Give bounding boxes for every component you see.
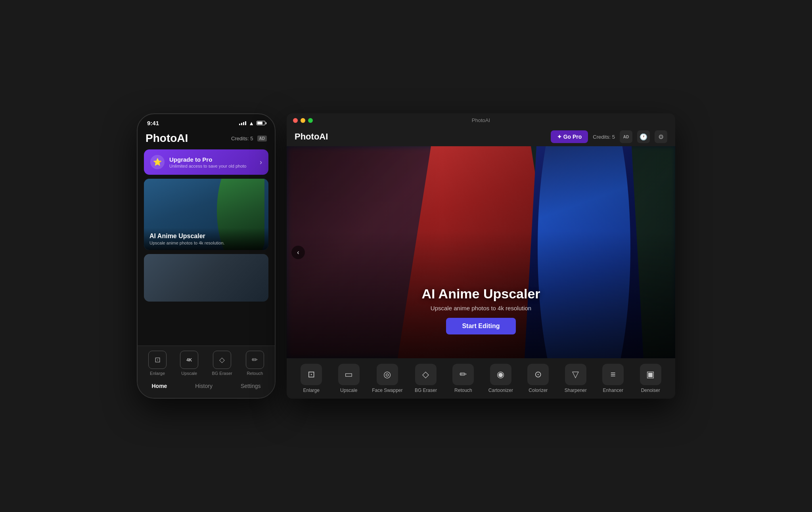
hero-prev-button[interactable]: ‹ bbox=[291, 246, 305, 259]
phone-content: ⭐ Upgrade to Pro Unlimited access to sav… bbox=[138, 149, 275, 346]
signal-icon bbox=[239, 121, 246, 125]
enlarge-label: Enlarge bbox=[150, 371, 165, 376]
enhancer-tool-label: Enhancer bbox=[603, 388, 623, 393]
upgrade-icon: ⭐ bbox=[150, 155, 165, 169]
enhancer-tool-icon: ≡ bbox=[602, 364, 624, 385]
hero-content: AI Anime Upscaler Upscale anime photos t… bbox=[287, 286, 675, 334]
window-minimize-dot[interactable] bbox=[301, 118, 305, 123]
denoiser-tool-label: Denoiser bbox=[641, 388, 660, 393]
desktop-window: PhotoAI PhotoAI ✦ Go Pro Credits: 5 AD 🕐… bbox=[287, 113, 675, 399]
hero-title: AI Anime Upscaler bbox=[421, 286, 540, 302]
feature-card[interactable]: AI Anime Upscaler Upscale anime photos t… bbox=[144, 179, 268, 250]
window-titlebar: PhotoAI bbox=[287, 113, 675, 127]
upgrade-title: Upgrade to Pro bbox=[169, 156, 255, 163]
enlarge-tool-label: Enlarge bbox=[303, 388, 320, 393]
settings-button[interactable]: ⚙ bbox=[655, 130, 667, 143]
toolbar-icons: ⊡ Enlarge 4K Upscale ◇ BG Eraser ✏ Retou… bbox=[138, 351, 275, 379]
upgrade-text: Upgrade to Pro Unlimited access to save … bbox=[169, 156, 255, 168]
bg-eraser-tool-icon: ◇ bbox=[415, 364, 437, 385]
tool-colorizer[interactable]: ⊙ Colorizer bbox=[524, 364, 552, 393]
window-maximize-dot[interactable] bbox=[308, 118, 313, 123]
toolbar-item-upscale[interactable]: 4K Upscale bbox=[180, 351, 198, 376]
sharpener-tool-icon: ▽ bbox=[565, 364, 586, 385]
phone-tab-bar: Home History Settings bbox=[138, 379, 275, 395]
tool-enhancer[interactable]: ≡ Enhancer bbox=[599, 364, 627, 393]
hero-subtitle: Upscale anime photos to 4k resolution bbox=[431, 305, 531, 311]
window-title: PhotoAI bbox=[472, 117, 490, 123]
status-bar: 9:41 ▲ bbox=[138, 114, 275, 129]
sharpener-tool-label: Sharpener bbox=[565, 388, 587, 393]
upscale-label: Upscale bbox=[181, 371, 197, 376]
cartoonizer-tool-label: Cartoonizer bbox=[488, 388, 513, 393]
phone-ad-badge: AD bbox=[257, 136, 267, 141]
tool-face-swapper[interactable]: ◎ Face Swapper bbox=[372, 364, 402, 393]
tab-settings[interactable]: Settings bbox=[234, 381, 267, 391]
denoiser-tool-icon: ▣ bbox=[640, 364, 661, 385]
colorizer-tool-label: Colorizer bbox=[529, 388, 548, 393]
window-controls bbox=[293, 118, 313, 123]
ad-button[interactable]: AD bbox=[620, 130, 632, 143]
bg-eraser-tool-label: BG Eraser bbox=[415, 388, 437, 393]
start-editing-button[interactable]: Start Editing bbox=[446, 318, 515, 334]
retouch-label: Retouch bbox=[247, 371, 263, 376]
feature-card-overlay: AI Anime Upscaler Upscale anime photos t… bbox=[144, 228, 268, 250]
upscale-icon: 4K bbox=[180, 351, 198, 369]
wifi-icon: ▲ bbox=[249, 120, 254, 126]
upscale-tool-icon: ▭ bbox=[338, 364, 360, 385]
hero-section: ‹ AI Anime Upscaler Upscale anime photos… bbox=[287, 146, 675, 358]
upgrade-banner[interactable]: ⭐ Upgrade to Pro Unlimited access to sav… bbox=[144, 149, 268, 175]
toolbar-item-enlarge[interactable]: ⊡ Enlarge bbox=[148, 351, 167, 376]
tool-bg-eraser[interactable]: ◇ BG Eraser bbox=[412, 364, 440, 393]
toolbar-item-bg-eraser[interactable]: ◇ BG Eraser bbox=[212, 351, 232, 376]
enlarge-tool-icon: ⊡ bbox=[301, 364, 322, 385]
window-close-dot[interactable] bbox=[293, 118, 298, 123]
desktop-app-title: PhotoAI bbox=[295, 132, 328, 142]
face-swapper-tool-icon: ◎ bbox=[377, 364, 398, 385]
tab-home[interactable]: Home bbox=[145, 381, 173, 391]
colorizer-tool-icon: ⊙ bbox=[527, 364, 549, 385]
upgrade-arrow-icon: › bbox=[260, 158, 262, 166]
upgrade-subtitle: Unlimited access to save your old photo bbox=[169, 164, 255, 168]
toolbar-item-retouch[interactable]: ✏ Retouch bbox=[246, 351, 264, 376]
tool-sharpener[interactable]: ▽ Sharpener bbox=[561, 364, 590, 393]
upscale-tool-label: Upscale bbox=[340, 388, 357, 393]
cartoonizer-tool-icon: ◉ bbox=[490, 364, 511, 385]
phone-credits: Credits: 5 bbox=[231, 136, 253, 141]
tool-denoiser[interactable]: ▣ Denoiser bbox=[636, 364, 665, 393]
desktop-header-right: ✦ Go Pro Credits: 5 AD 🕐 ⚙ bbox=[551, 130, 667, 143]
tool-enlarge[interactable]: ⊡ Enlarge bbox=[297, 364, 326, 393]
phone-header-right: Credits: 5 AD bbox=[231, 136, 267, 141]
desktop-credits: Credits: 5 bbox=[593, 134, 615, 140]
go-pro-button[interactable]: ✦ Go Pro bbox=[551, 130, 588, 143]
time-display: 9:41 bbox=[147, 120, 159, 126]
retouch-tool-label: Retouch bbox=[454, 388, 472, 393]
face-swapper-tool-label: Face Swapper bbox=[372, 388, 402, 393]
bg-eraser-label: BG Eraser bbox=[212, 371, 232, 376]
second-card[interactable] bbox=[144, 254, 268, 302]
phone-toolbar: ⊡ Enlarge 4K Upscale ◇ BG Eraser ✏ Retou… bbox=[138, 346, 275, 398]
phone-app-title: PhotoAI bbox=[146, 132, 188, 145]
tool-retouch[interactable]: ✏ Retouch bbox=[449, 364, 477, 393]
tools-bar: ⊡ Enlarge ▭ Upscale ◎ Face Swapper ◇ BG … bbox=[287, 358, 675, 399]
tool-cartoonizer[interactable]: ◉ Cartoonizer bbox=[486, 364, 515, 393]
tool-upscale[interactable]: ▭ Upscale bbox=[335, 364, 363, 393]
scene: 9:41 ▲ PhotoAI Credits: 5 AD bbox=[0, 0, 812, 512]
feature-card-subtitle: Upscale anime photos to 4k resolution. bbox=[149, 241, 263, 245]
battery-icon bbox=[257, 121, 265, 125]
desktop-header: PhotoAI ✦ Go Pro Credits: 5 AD 🕐 ⚙ bbox=[287, 127, 675, 146]
phone-device: 9:41 ▲ PhotoAI Credits: 5 AD bbox=[137, 113, 276, 399]
status-icons: ▲ bbox=[239, 120, 265, 126]
retouch-icon: ✏ bbox=[246, 351, 264, 369]
history-button[interactable]: 🕐 bbox=[637, 130, 650, 143]
feature-card-title: AI Anime Upscaler bbox=[149, 233, 263, 240]
retouch-tool-icon: ✏ bbox=[452, 364, 474, 385]
phone-header: PhotoAI Credits: 5 AD bbox=[138, 129, 275, 149]
enlarge-icon: ⊡ bbox=[148, 351, 167, 369]
tab-history[interactable]: History bbox=[189, 381, 219, 391]
bg-eraser-icon: ◇ bbox=[213, 351, 231, 369]
